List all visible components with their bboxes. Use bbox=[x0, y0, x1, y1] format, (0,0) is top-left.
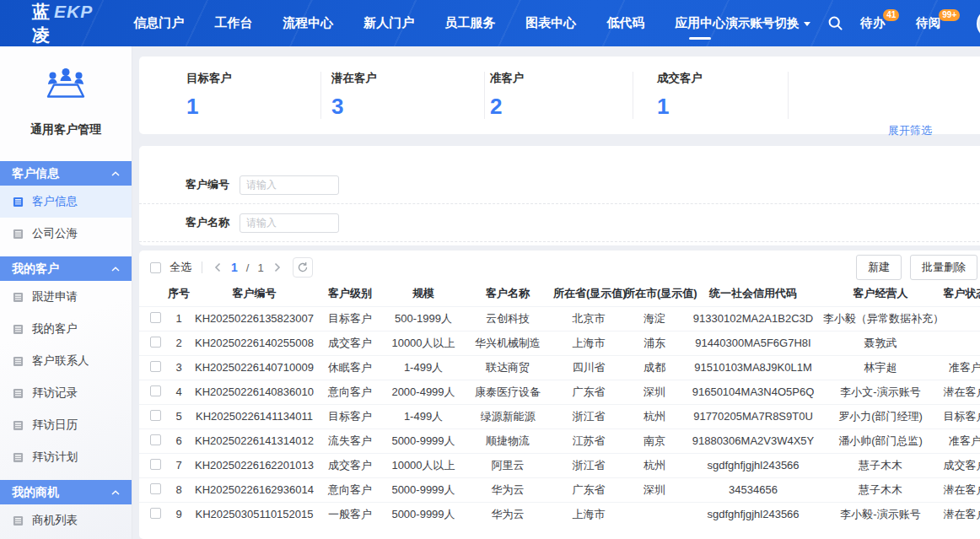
sidebar-item-1-1[interactable]: 我的客户 bbox=[0, 313, 132, 345]
search-icon[interactable] bbox=[827, 15, 843, 31]
refresh-button[interactable] bbox=[293, 257, 313, 278]
app-title: 通用客户管理 bbox=[0, 122, 132, 137]
cell-5-0: 6 bbox=[164, 429, 193, 453]
table-toolbar: 全选 1 / 1 新建 批量删除 bbox=[139, 251, 980, 281]
document-icon bbox=[13, 229, 24, 240]
sidebar-sections: 客户信息客户信息公司公海我的客户跟进申请我的客户客户联系人拜访记录拜访日历拜访计… bbox=[0, 161, 132, 539]
row-checkbox[interactable] bbox=[150, 312, 161, 323]
stat-label: 成交客户 bbox=[657, 71, 788, 86]
row-checkbox[interactable] bbox=[150, 508, 161, 519]
row-checkbox[interactable] bbox=[150, 410, 161, 421]
row-checkbox[interactable] bbox=[150, 385, 161, 396]
stats-card: 目标客户1潜在客户3准客户2成交客户1 bbox=[139, 57, 980, 134]
cell-5-6: 南京 bbox=[624, 429, 685, 453]
cell-3-1: KH20250226140836010 bbox=[193, 380, 315, 404]
cell-5-9: 准客户 bbox=[940, 429, 980, 453]
cell-7-2: 意向客户 bbox=[315, 477, 385, 502]
row-checkbox-cell bbox=[139, 355, 164, 380]
column-header-6[interactable]: 所在市(显示值) bbox=[624, 281, 685, 306]
toread-badge: 99+ bbox=[939, 9, 960, 21]
filter-label: 客户编号 bbox=[186, 177, 240, 192]
stat-0: 目标客户1 bbox=[139, 72, 320, 119]
sidebar-section-header-0[interactable]: 客户信息 bbox=[0, 161, 132, 186]
nav-item-5[interactable]: 图表中心 bbox=[525, 15, 576, 31]
nav-item-6[interactable]: 低代码 bbox=[606, 15, 644, 31]
column-header-0[interactable]: 序号 bbox=[164, 281, 193, 306]
sidebar-item-0-1[interactable]: 公司公海 bbox=[0, 218, 132, 250]
table-row-7[interactable]: 8KH20250226162936014意向客户5000-9999人华为云广东省… bbox=[139, 477, 980, 502]
nav-item-4[interactable]: 员工服务 bbox=[444, 15, 495, 31]
toread-label: 待阅 bbox=[916, 15, 940, 31]
sidebar-item-2-0[interactable]: 商机列表 bbox=[0, 504, 132, 536]
column-header-2[interactable]: 客户级别 bbox=[315, 281, 385, 306]
table-row-0[interactable]: 1KH20250226135823007目标客户500-1999人云创科技北京市… bbox=[139, 306, 980, 331]
new-button[interactable]: 新建 bbox=[856, 255, 902, 280]
nav-item-2[interactable]: 流程中心 bbox=[283, 15, 333, 31]
filter-row-customer-name: 客户名称 bbox=[139, 204, 979, 242]
column-header-3[interactable]: 规模 bbox=[385, 281, 462, 306]
cell-7-9: 潜在客户 bbox=[940, 477, 980, 502]
customer-name-input[interactable] bbox=[240, 213, 339, 233]
column-header-7[interactable]: 统一社会信用代码 bbox=[685, 281, 821, 306]
user-menu[interactable] bbox=[977, 8, 980, 39]
sidebar-section-header-2[interactable]: 我的商机 bbox=[0, 480, 132, 504]
nav-item-0[interactable]: 信息门户 bbox=[133, 15, 184, 31]
cell-8-7: sgdfghfjgjhl243566 bbox=[685, 502, 821, 526]
row-checkbox[interactable] bbox=[150, 483, 161, 494]
prev-page-button[interactable] bbox=[213, 262, 223, 272]
stat-value[interactable]: 1 bbox=[186, 94, 320, 120]
app-logo[interactable]: 蓝凌 EKP bbox=[32, 0, 93, 46]
account-switch-button[interactable]: 演示账号切换 bbox=[725, 15, 810, 31]
stat-value[interactable]: 2 bbox=[490, 94, 633, 120]
table-row-8[interactable]: 9KH20250305110152015一般客户5000-9999人华为云上海市… bbox=[139, 502, 980, 526]
row-checkbox[interactable] bbox=[150, 337, 161, 348]
table-row-1[interactable]: 2KH20250226140255008成交客户10000人以上华兴机械制造上海… bbox=[139, 331, 980, 355]
sidebar-item-1-0[interactable]: 跟进申请 bbox=[0, 281, 132, 313]
cell-7-7: 34534656 bbox=[685, 477, 821, 502]
stat-value[interactable]: 3 bbox=[331, 94, 484, 120]
nav-item-3[interactable]: 新人门户 bbox=[363, 15, 414, 31]
sidebar: 通用客户管理 客户信息客户信息公司公海我的客户跟进申请我的客户客户联系人拜访记录… bbox=[0, 46, 132, 539]
table-row-2[interactable]: 3KH20250226140710009休眠客户1-499人联达商贸四川省成都9… bbox=[139, 355, 980, 380]
todo-link[interactable]: 待办 41 bbox=[860, 15, 899, 31]
column-header-9[interactable]: 客户状态 bbox=[940, 281, 980, 306]
nav-item-1[interactable]: 工作台 bbox=[214, 15, 252, 31]
nav-right-cluster: 演示账号切换 待办 41 待阅 99+ bbox=[725, 8, 980, 39]
batch-delete-button[interactable]: 批量删除 bbox=[910, 255, 977, 280]
sidebar-item-0-0[interactable]: 客户信息 bbox=[0, 186, 132, 218]
next-page-button[interactable] bbox=[272, 262, 283, 272]
sidebar-item-label: 客户联系人 bbox=[32, 353, 89, 369]
column-header-5[interactable]: 所在省(显示值) bbox=[553, 281, 624, 306]
sidebar-section-header-1[interactable]: 我的客户 bbox=[0, 256, 132, 281]
cell-2-8: 林宇超 bbox=[821, 355, 940, 380]
column-header-4[interactable]: 客户名称 bbox=[462, 281, 553, 306]
table-row-6[interactable]: 7KH20250226162201013成交客户10000人以上阿里云浙江省杭州… bbox=[139, 453, 980, 477]
row-checkbox-cell bbox=[139, 331, 164, 355]
customer-no-input[interactable] bbox=[240, 175, 339, 195]
stat-label: 潜在客户 bbox=[331, 71, 484, 86]
table-row-3[interactable]: 4KH20250226140836010意向客户2000-4999人康泰医疗设备… bbox=[139, 380, 980, 404]
table-row-4[interactable]: 5KH20250226141134011目标客户1-499人绿源新能源浙江省杭州… bbox=[139, 404, 980, 429]
stat-value[interactable]: 1 bbox=[657, 94, 788, 120]
stat-empty bbox=[788, 72, 980, 119]
column-header-8[interactable]: 客户经营人 bbox=[821, 281, 940, 306]
sidebar-item-1-3[interactable]: 拜访记录 bbox=[0, 377, 132, 409]
select-all-checkbox[interactable] bbox=[150, 262, 161, 273]
toread-link[interactable]: 待阅 99+ bbox=[916, 15, 960, 31]
nav-item-7[interactable]: 应用中心 bbox=[675, 15, 725, 31]
cell-3-3: 2000-4999人 bbox=[385, 380, 462, 404]
column-header-1[interactable]: 客户编号 bbox=[193, 281, 315, 306]
cell-0-0: 1 bbox=[164, 306, 193, 331]
table-row-5[interactable]: 6KH20250226141314012流失客户5000-9999人顺捷物流江苏… bbox=[139, 429, 980, 453]
row-checkbox[interactable] bbox=[150, 459, 161, 470]
cell-4-6: 杭州 bbox=[624, 404, 685, 429]
row-checkbox[interactable] bbox=[150, 361, 161, 372]
document-icon bbox=[13, 420, 24, 431]
sidebar-section-title: 我的客户 bbox=[12, 261, 59, 277]
sidebar-item-1-4[interactable]: 拜访日历 bbox=[0, 409, 132, 441]
row-checkbox-cell bbox=[139, 380, 164, 404]
expand-filters-link[interactable]: 展开筛选 bbox=[888, 123, 932, 138]
sidebar-item-1-2[interactable]: 客户联系人 bbox=[0, 345, 132, 377]
row-checkbox[interactable] bbox=[150, 434, 161, 445]
sidebar-item-1-5[interactable]: 拜访计划 bbox=[0, 441, 132, 473]
